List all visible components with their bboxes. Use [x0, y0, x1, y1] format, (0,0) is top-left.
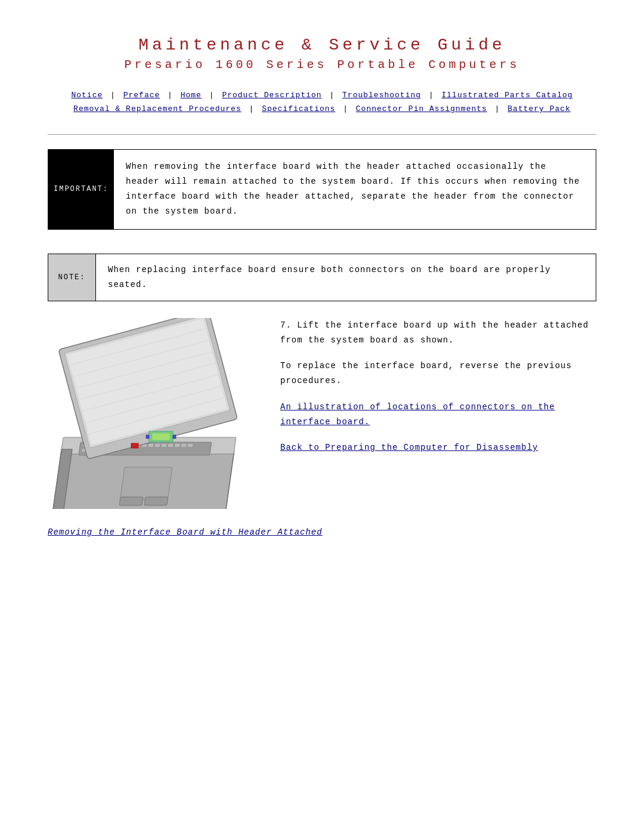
svg-rect-45	[131, 443, 138, 448]
nav-sep-2: |	[168, 91, 173, 100]
nav-removal[interactable]: Removal & Replacement Procedures	[73, 104, 242, 113]
svg-rect-29	[119, 497, 143, 505]
nav-sep-7: |	[343, 104, 348, 113]
bottom-link-area: Removing the Interface Board with Header…	[48, 527, 596, 538]
nav-connector[interactable]: Connector Pin Assignments	[356, 104, 487, 113]
nav-sep-4: |	[329, 91, 335, 100]
note-text: When replacing interface board ensure bo…	[96, 254, 596, 301]
svg-rect-44	[173, 435, 176, 439]
divider	[48, 134, 596, 135]
page-sub-title: Presario 1600 Series Portable Computers	[48, 58, 596, 72]
nav-bar: Notice | Preface | Home | Product Descri…	[48, 88, 596, 116]
link-back-para: Back to Preparing the Computer for Disas…	[280, 440, 596, 455]
step7-text: 7. Lift the interface board up with the …	[280, 318, 596, 348]
important-box: IMPORTANT: When removing the interface b…	[48, 149, 596, 230]
svg-rect-19	[175, 444, 180, 447]
nav-home[interactable]: Home	[181, 91, 202, 100]
bottom-link[interactable]: Removing the Interface Board with Header…	[48, 527, 323, 537]
nav-preface[interactable]: Preface	[123, 91, 160, 100]
link-connectors-para: An illustration of locations of connecto…	[280, 400, 596, 430]
svg-rect-16	[155, 444, 160, 447]
svg-rect-21	[188, 444, 193, 447]
nav-notice[interactable]: Notice	[71, 91, 103, 100]
page-main-title: Maintenance & Service Guide	[48, 36, 596, 54]
svg-rect-30	[144, 497, 168, 505]
link-back[interactable]: Back to Preparing the Computer for Disas…	[280, 443, 538, 452]
svg-rect-20	[181, 444, 187, 447]
content-area: 7. Lift the interface board up with the …	[48, 318, 596, 509]
nav-battery[interactable]: Battery Pack	[507, 104, 571, 113]
svg-rect-15	[148, 444, 154, 447]
svg-rect-18	[168, 444, 174, 447]
nav-sep-1: |	[110, 91, 116, 100]
note-label: NOTE:	[48, 254, 96, 301]
svg-rect-17	[162, 444, 167, 447]
svg-rect-42	[152, 433, 170, 440]
nav-sep-6: |	[249, 104, 255, 113]
link-connectors[interactable]: An illustration of locations of connecto…	[280, 402, 555, 427]
nav-sep-3: |	[209, 91, 215, 100]
nav-product-description[interactable]: Product Description	[222, 91, 321, 100]
note-box: NOTE: When replacing interface board ens…	[48, 254, 596, 301]
right-text-block: 7. Lift the interface board up with the …	[280, 318, 596, 466]
svg-rect-28	[120, 467, 172, 500]
laptop-illustration	[48, 318, 262, 509]
important-label: IMPORTANT:	[48, 150, 114, 229]
replace-text: To replace the interface board, reverse …	[280, 359, 596, 388]
important-text: When removing the interface board with t…	[114, 150, 596, 229]
nav-illustrated-parts[interactable]: Illustrated Parts Catalog	[442, 91, 573, 100]
nav-sep-5: |	[429, 91, 434, 100]
nav-troubleshooting[interactable]: Troubleshooting	[342, 91, 421, 100]
svg-rect-43	[146, 435, 149, 439]
nav-sep-8: |	[495, 104, 500, 113]
nav-specifications[interactable]: Specifications	[262, 104, 335, 113]
